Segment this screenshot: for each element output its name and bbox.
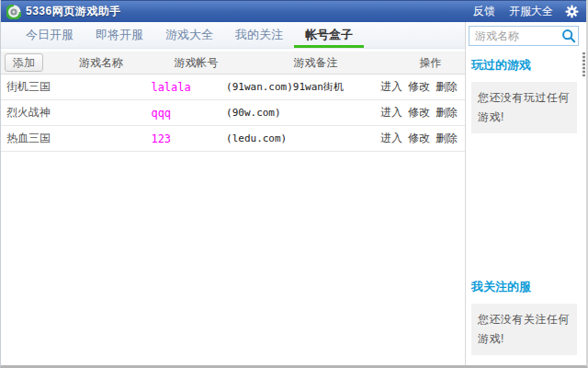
tab-upcoming-servers[interactable]: 即将开服 [85,22,154,48]
tab-bar: 今日开服 即将开服 游戏大全 我的关注 帐号盒子 [1,22,465,49]
table-row: 热血三国 123 (ledu.com) 进入 修改 删除 [1,126,465,152]
played-games-title: 玩过的游戏 [471,57,577,74]
app-logo-icon [6,5,21,19]
delete-link[interactable]: 删除 [435,79,458,95]
tab-all-games[interactable]: 游戏大全 [154,22,224,48]
enter-link[interactable]: 进入 [380,131,402,146]
header-actions: 操作 [396,55,465,71]
game-note: (91wan.com)91wan街机 [226,80,380,94]
delete-link[interactable]: 删除 [435,131,458,146]
table-row: 街机三国 lalala (91wan.com)91wan街机 进入 修改 删除 [1,75,465,100]
table-row: 烈火战神 qqq (90w.com) 进入 修改 删除 [1,100,465,126]
game-account: qqq [151,107,226,120]
game-search [469,26,579,46]
settings-gear-icon[interactable] [565,5,579,18]
sidebar: 玩过的游戏 您还没有玩过任何游戏! 我关注的服 您还没有关注任何游戏! [466,22,586,365]
titlebar: 5336网页游戏助手 反馈 开服大全 [1,0,586,22]
game-name: 热血三国 [1,131,151,146]
table-header-row: 添加 游戏名称 游戏帐号 游戏备注 操作 [1,52,465,75]
game-account: lalala [151,81,226,94]
server-list-link[interactable]: 开服大全 [509,4,553,19]
header-game-name: 游戏名称 [45,55,157,71]
modify-link[interactable]: 修改 [408,131,430,146]
game-name: 街机三国 [1,79,151,95]
add-account-button[interactable]: 添加 [5,53,43,72]
tab-account-box[interactable]: 帐号盒子 [294,22,364,48]
row-actions: 进入 修改 删除 [380,105,465,121]
played-games-empty-message: 您还没有玩过任何游戏! [471,82,577,133]
search-icon[interactable] [561,29,576,47]
followed-servers-empty-message: 您还没有关注任何游戏! [471,304,577,355]
add-button-cell: 添加 [1,53,45,72]
played-games-section: 玩过的游戏 您还没有玩过任何游戏! [469,57,579,133]
game-note: (ledu.com) [226,132,380,144]
app-title: 5336网页游戏助手 [26,4,121,19]
app-body: 今日开服 即将开服 游戏大全 我的关注 帐号盒子 添加 游戏名称 游戏帐号 游戏… [1,22,586,365]
main-panel: 今日开服 即将开服 游戏大全 我的关注 帐号盒子 添加 游戏名称 游戏帐号 游戏… [1,22,466,365]
app-window: 5336网页游戏助手 反馈 开服大全 今日开服 即将开服 [0,0,588,368]
enter-link[interactable]: 进入 [380,79,402,95]
row-actions: 进入 修改 删除 [380,79,465,95]
delete-link[interactable]: 删除 [435,105,458,121]
followed-servers-section: 我关注的服 您还没有关注任何游戏! [469,279,579,355]
modify-link[interactable]: 修改 [408,105,430,121]
row-actions: 进入 修改 删除 [380,131,465,146]
game-name: 烈火战神 [1,105,151,121]
accounts-table: 添加 游戏名称 游戏帐号 游戏备注 操作 街机三国 lalala (91wan.… [1,52,465,152]
header-game-note: 游戏备注 [235,55,396,71]
feedback-link[interactable]: 反馈 [473,4,495,19]
sidebar-scrollbar-thumb[interactable] [582,52,585,76]
tab-today-servers[interactable]: 今日开服 [15,22,85,48]
game-note: (90w.com) [226,107,380,119]
header-game-account: 游戏帐号 [157,55,235,71]
game-account: 123 [151,132,226,145]
tab-my-follows[interactable]: 我的关注 [224,22,294,48]
followed-servers-title: 我关注的服 [471,279,577,295]
modify-link[interactable]: 修改 [408,79,430,95]
enter-link[interactable]: 进入 [380,105,402,121]
